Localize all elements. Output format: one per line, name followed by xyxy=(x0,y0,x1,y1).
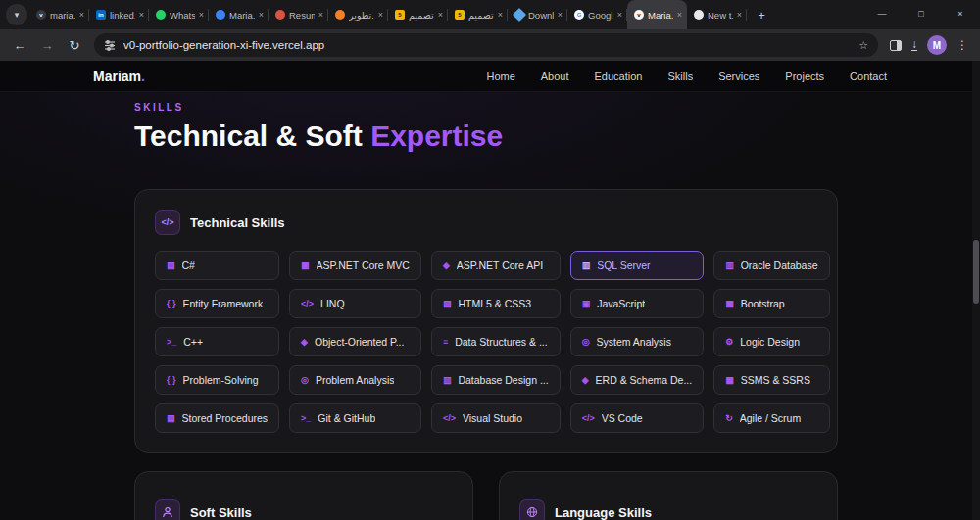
skill-label: SSMS & SSRS xyxy=(741,374,810,386)
tab-close-icon[interactable]: × xyxy=(199,10,204,20)
tab-close-icon[interactable]: × xyxy=(498,10,503,20)
tab-favicon: in xyxy=(96,10,106,20)
browser-tab[interactable]: vMaria...× xyxy=(627,0,687,29)
tab-favicon: 5 xyxy=(395,10,405,20)
browser-tab[interactable]: Maria...× xyxy=(209,0,269,29)
skill-label: Logic Design xyxy=(740,336,800,348)
skill-label: ERD & Schema De... xyxy=(596,374,693,386)
puzzle-icon: { } xyxy=(167,375,176,385)
site-logo[interactable]: Mariam. xyxy=(93,69,145,84)
browser-tab[interactable]: Whats...× xyxy=(149,0,209,29)
tab-title: maria... xyxy=(50,10,75,21)
browser-tab[interactable]: vmaria...× xyxy=(29,0,89,29)
browser-tab[interactable]: GGoogl...× xyxy=(567,0,627,29)
tab-close-icon[interactable]: × xyxy=(438,10,443,20)
skill-label: ASP.NET Core API xyxy=(457,260,543,271)
tab-close-icon[interactable]: × xyxy=(139,10,144,20)
profile-avatar[interactable]: M xyxy=(927,35,947,55)
terminal-icon: >_ xyxy=(167,337,176,347)
person-icon xyxy=(155,499,180,520)
minimize-button[interactable]: — xyxy=(862,0,902,27)
skill-label: Problem Analysis xyxy=(316,374,395,386)
language-skills-header: Language Skills xyxy=(519,499,817,520)
nav-link-skills[interactable]: Skills xyxy=(667,71,693,82)
skill-chip: ⚙Logic Design xyxy=(713,327,829,356)
nav-link-about[interactable]: About xyxy=(541,71,569,82)
skill-chip: </>Visual Studio xyxy=(431,403,561,433)
skill-label: JavaScript xyxy=(597,298,645,309)
new-tab-button[interactable]: + xyxy=(751,4,772,25)
download-icon[interactable]: ↓ xyxy=(911,39,917,51)
tab-title: Maria... xyxy=(229,10,255,21)
menu-icon[interactable]: ⋮ xyxy=(956,38,968,52)
nav-link-services[interactable]: Services xyxy=(718,71,760,82)
database-icon: ▥ xyxy=(725,260,734,270)
tab-favicon: v xyxy=(634,10,644,20)
tab-title: تطوير... xyxy=(349,10,374,21)
bottom-cards-row: Soft Skills Language Skills xyxy=(134,471,838,520)
code-icon: </> xyxy=(155,210,180,235)
nav-link-home[interactable]: Home xyxy=(486,71,514,82)
tab-close-icon[interactable]: × xyxy=(79,10,84,20)
tab-favicon: v xyxy=(36,10,46,20)
skill-chip: >_Git & GitHub xyxy=(289,403,421,433)
scrollbar-thumb[interactable] xyxy=(973,240,979,304)
bookmark-star-icon[interactable]: ☆ xyxy=(858,39,868,52)
browser-tab[interactable]: New t...× xyxy=(687,0,747,29)
back-button[interactable]: ← xyxy=(8,33,31,57)
tab-favicon: G xyxy=(574,10,584,20)
close-button[interactable]: × xyxy=(941,0,980,27)
skill-label: LINQ xyxy=(320,298,345,309)
browser-tab[interactable]: 5تصميم...× xyxy=(448,0,508,29)
language-skills-title: Language Skills xyxy=(555,505,652,520)
reload-button[interactable]: ↻ xyxy=(63,33,86,57)
tab-close-icon[interactable]: × xyxy=(259,10,264,20)
tab-close-icon[interactable]: × xyxy=(677,10,682,20)
tab-close-icon[interactable]: × xyxy=(318,10,323,20)
tab-close-icon[interactable]: × xyxy=(378,10,383,20)
grid-icon: ▦ xyxy=(725,299,734,308)
address-bar[interactable]: v0-portfolio-generation-xi-five.vercel.a… xyxy=(94,33,878,57)
section-eyebrow: SKILLS xyxy=(134,102,838,113)
title-accent: Expertise xyxy=(370,119,503,152)
tab-favicon xyxy=(513,8,526,22)
browser-tab[interactable]: 5تصميم...× xyxy=(388,0,448,29)
maximize-button[interactable]: □ xyxy=(902,0,941,27)
analysis-icon: ◎ xyxy=(582,337,590,347)
gear-icon: ⚙ xyxy=(725,337,733,347)
tab-search-icon[interactable]: ▾ xyxy=(6,4,27,25)
skill-label: Agile / Scrum xyxy=(740,412,801,424)
site-settings-icon[interactable] xyxy=(104,39,116,51)
page-scrollbar[interactable] xyxy=(972,61,980,520)
browser-tab[interactable]: Resum...× xyxy=(269,0,328,29)
nav-link-contact[interactable]: Contact xyxy=(850,71,887,82)
tab-close-icon[interactable]: × xyxy=(737,10,742,20)
tab-favicon xyxy=(156,10,166,20)
nav-link-projects[interactable]: Projects xyxy=(785,71,824,82)
skill-chip: ▦SSMS & SSRS xyxy=(713,365,829,395)
technical-skills-title: Technical Skills xyxy=(190,215,285,230)
site-header: Mariam. HomeAboutEducationSkillsServices… xyxy=(0,61,980,92)
api-icon: ◈ xyxy=(443,260,450,270)
tab-favicon xyxy=(216,10,225,20)
tab-close-icon[interactable]: × xyxy=(558,10,563,20)
skill-label: Bootstrap xyxy=(741,298,785,309)
globe-icon xyxy=(519,499,545,520)
forward-button[interactable]: → xyxy=(35,33,59,57)
url-text[interactable]: v0-portfolio-generation-xi-five.vercel.a… xyxy=(123,39,851,51)
skill-label: Git & GitHub xyxy=(318,412,375,424)
soft-skills-card: Soft Skills xyxy=(134,471,473,520)
browser-tab[interactable]: تطوير...× xyxy=(328,0,388,29)
tab-favicon xyxy=(335,10,345,20)
browser-tab[interactable]: inlinked...× xyxy=(89,0,149,29)
skill-chip: ▤HTML5 & CSS3 xyxy=(431,289,561,318)
side-panel-icon[interactable] xyxy=(890,40,902,51)
browser-tab[interactable]: Downl...× xyxy=(508,0,567,29)
tab-title: linked... xyxy=(110,10,135,21)
skill-chip: ◈Object-Oriented P... xyxy=(289,327,421,356)
technical-skills-card: </> Technical Skills ▤C#▦ASP.NET Core MV… xyxy=(134,189,838,453)
tab-close-icon[interactable]: × xyxy=(617,10,622,20)
logo-dot: . xyxy=(141,69,145,84)
braces-icon: { } xyxy=(167,299,176,308)
nav-link-education[interactable]: Education xyxy=(595,71,643,82)
